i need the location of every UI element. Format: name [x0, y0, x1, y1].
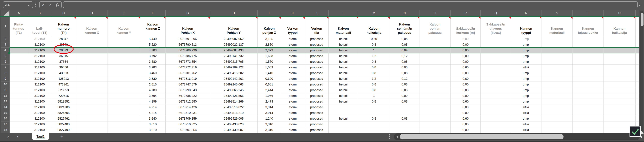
cell-G6[interactable]: 6673772,554 — [166, 59, 210, 64]
cell-O2[interactable] — [420, 36, 451, 42]
cell-L14[interactable] — [329, 104, 358, 110]
cell-I14[interactable]: 3,914 — [258, 104, 281, 110]
cell-U13[interactable] — [604, 99, 636, 104]
scrollbar-resize-grip-icon[interactable] — [389, 134, 390, 139]
cell-A8[interactable] — [10, 70, 28, 76]
column-C-header[interactable]: C — [51, 10, 76, 16]
cell-partial-9[interactable] — [636, 76, 639, 82]
cell-Q7[interactable] — [481, 64, 511, 70]
cell-C10[interactable]: 473361 — [51, 82, 76, 87]
cell-N4[interactable]: 0,09 — [390, 48, 420, 53]
name-box[interactable]: A4 — [3, 2, 33, 8]
cell-N7[interactable]: 0,08 — [390, 64, 420, 70]
cell-G5[interactable]: 6673786,776 — [166, 53, 210, 59]
cell-P12[interactable]: 0,00 — [451, 93, 481, 99]
cell-N12[interactable]: 0,09 — [390, 93, 420, 99]
cell-B12[interactable]: 312100 — [28, 93, 51, 99]
cell-A16[interactable] — [10, 116, 28, 122]
field-header-L[interactable]: Kaivon materiaali — [329, 17, 358, 36]
cell-K3[interactable]: proposed — [305, 42, 329, 48]
cell-J10[interactable]: storm — [281, 82, 305, 87]
cell-E10[interactable] — [108, 82, 140, 87]
cell-R12[interactable]: umpi — [511, 93, 542, 99]
cell-E9[interactable] — [108, 76, 140, 82]
cell-L12[interactable]: betoni — [329, 93, 358, 99]
cell-F17[interactable]: 3,610 — [140, 122, 166, 127]
cell-H11[interactable]: 25499065,245 — [210, 87, 258, 93]
cell-partial-15[interactable] — [636, 110, 639, 116]
cell-T8[interactable] — [573, 70, 604, 76]
cell-H8[interactable]: 25499415,202 — [210, 70, 258, 76]
confirm-overlay-button[interactable] — [630, 126, 641, 137]
field-header-K[interactable]: Verkon tila — [305, 17, 329, 36]
cell-D16[interactable] — [76, 116, 108, 122]
cell-L2[interactable]: betoni — [329, 36, 358, 42]
cell-Q14[interactable] — [481, 104, 511, 110]
cell-H9[interactable]: 25499142,261 — [210, 76, 258, 82]
cell-M11[interactable]: 0,8 — [358, 87, 390, 93]
cell-L3[interactable]: betoni — [329, 42, 358, 48]
cell-S11[interactable] — [542, 87, 573, 93]
cell-K18[interactable]: proposed — [305, 127, 329, 133]
cell-M6[interactable]: 0,8 — [358, 59, 390, 64]
cell-S5[interactable] — [542, 53, 573, 59]
cell-C14[interactable]: 5824786 — [51, 104, 76, 110]
cell-R5[interactable]: umpi — [511, 53, 542, 59]
cell-D3[interactable] — [76, 42, 108, 48]
cell-T11[interactable] — [573, 87, 604, 93]
cell-U15[interactable] — [604, 110, 636, 116]
column-F-header[interactable]: F — [140, 10, 166, 16]
cell-B2[interactable]: 312100 — [28, 36, 51, 42]
column-D-header[interactable]: D — [76, 10, 108, 16]
row-9-header[interactable]: 9 — [2, 76, 10, 82]
cell-O17[interactable] — [420, 122, 451, 127]
cell-S12[interactable] — [542, 93, 573, 99]
cell-F10[interactable]: 2,615 — [140, 82, 166, 87]
cell-P17[interactable]: 0,00 — [451, 122, 481, 127]
cell-R15[interactable]: ritilä — [511, 110, 542, 116]
cell-Q2[interactable] — [481, 36, 511, 42]
cell-F9[interactable]: 2,830 — [140, 76, 166, 82]
cell-D7[interactable] — [76, 64, 108, 70]
cell-O12[interactable] — [420, 93, 451, 99]
row-8-header[interactable]: 8 — [2, 70, 10, 76]
column-T-header[interactable]: T — [573, 10, 604, 16]
cell-G11[interactable]: 6673790,043 — [166, 87, 210, 93]
field-header-P[interactable]: Sakkapesän korkeus [m] — [451, 17, 481, 36]
cell-T10[interactable] — [573, 82, 604, 87]
cell-J4[interactable]: storm — [281, 48, 305, 53]
field-header-H[interactable]: Kaivon Pohjan Y — [210, 17, 258, 36]
cell-partial-14[interactable] — [636, 104, 639, 110]
cell-J2[interactable]: storm — [281, 36, 305, 42]
field-header-C[interactable]: Kaivon numero (T4) — [51, 17, 76, 36]
cell-A15[interactable] — [10, 110, 28, 116]
cell-B16[interactable]: 312100 — [28, 116, 51, 122]
cell-O10[interactable] — [420, 82, 451, 87]
cell-L8[interactable]: betoni — [329, 70, 358, 76]
row-7-header[interactable]: 7 — [2, 64, 10, 70]
row-11-header[interactable]: 11 — [2, 87, 10, 93]
cell-U9[interactable] — [604, 76, 636, 82]
cell-B8[interactable]: 312100 — [28, 70, 51, 76]
cell-M4[interactable]: 1 — [358, 48, 390, 53]
field-header-O[interactable]: Kaivon pohjan paksuus — [420, 17, 451, 36]
cell-H17[interactable]: 25499430,029 — [210, 122, 258, 127]
cell-S13[interactable] — [542, 99, 573, 104]
cell-N9[interactable]: 0,12 — [390, 76, 420, 82]
cell-L9[interactable]: betoni — [329, 76, 358, 82]
cell-I13[interactable]: 2,473 — [258, 99, 281, 104]
cell-Q4[interactable] — [481, 48, 511, 53]
cell-U4[interactable] — [604, 48, 636, 53]
cell-partial-2[interactable] — [636, 36, 639, 42]
cell-F7[interactable]: 3,283 — [140, 64, 166, 70]
cell-A2[interactable] — [10, 36, 28, 42]
cell-G13[interactable]: 6673712,580 — [166, 99, 210, 104]
cell-R11[interactable]: umpi — [511, 87, 542, 93]
cell-N3[interactable]: 0,08 — [390, 42, 420, 48]
column-E-header[interactable]: E — [108, 10, 140, 16]
cell-S17[interactable] — [542, 122, 573, 127]
cell-G16[interactable]: 6673709,159 — [166, 116, 210, 122]
cell-U12[interactable] — [604, 93, 636, 99]
cell-B15[interactable]: 312100 — [28, 110, 51, 116]
next-sheet-icon[interactable]: › — [17, 136, 18, 138]
